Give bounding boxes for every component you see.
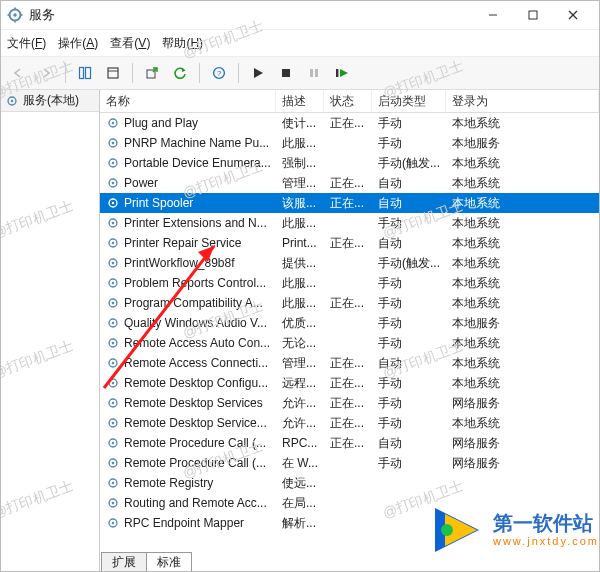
service-start: 自动 — [372, 175, 446, 192]
close-button[interactable] — [553, 1, 593, 29]
gear-icon — [106, 476, 120, 490]
stop-service-button[interactable] — [273, 60, 299, 86]
svg-point-67 — [112, 522, 114, 524]
service-desc: 管理... — [276, 355, 324, 372]
pause-service-button[interactable] — [301, 60, 327, 86]
export-button[interactable] — [139, 60, 165, 86]
start-service-button[interactable] — [245, 60, 271, 86]
service-row[interactable]: Remote Procedure Call (...RPC...正在...自动网… — [100, 433, 599, 453]
service-desc: 使远... — [276, 475, 324, 492]
sidebar-item-services-local[interactable]: 服务(本地) — [1, 90, 99, 112]
tab-extended[interactable]: 扩展 — [101, 552, 147, 572]
service-row[interactable]: PNRP Machine Name Pu...此服...手动本地服务 — [100, 133, 599, 153]
service-start: 自动 — [372, 195, 446, 212]
svg-rect-10 — [80, 68, 84, 79]
service-name: Power — [124, 176, 158, 190]
properties-button[interactable] — [100, 60, 126, 86]
gear-icon — [106, 256, 120, 270]
service-row[interactable]: Printer Extensions and N...此服...手动本地系统 — [100, 213, 599, 233]
service-name: Remote Registry — [124, 476, 213, 490]
forward-button[interactable] — [33, 60, 59, 86]
service-status: 正在... — [324, 435, 372, 452]
service-name: Printer Extensions and N... — [124, 216, 267, 230]
service-name: Remote Desktop Configu... — [124, 376, 268, 390]
service-row[interactable]: Problem Reports Control...此服...手动本地系统 — [100, 273, 599, 293]
help-button[interactable]: ? — [206, 60, 232, 86]
services-list-panel: 名称 描述 状态 启动类型 登录为 Plug and Play使计...正在..… — [100, 90, 599, 572]
service-row[interactable]: Print Spooler该服...正在...自动本地系统 — [100, 193, 599, 213]
service-name: Remote Access Connecti... — [124, 356, 268, 370]
gear-icon — [106, 376, 120, 390]
service-desc: Print... — [276, 236, 324, 250]
service-logon: 本地服务 — [446, 135, 599, 152]
menu-view[interactable]: 查看(V) — [110, 35, 150, 52]
service-row[interactable]: Remote Access Connecti...管理...正在...自动本地系… — [100, 353, 599, 373]
column-status[interactable]: 状态 — [324, 90, 372, 112]
service-status: 正在... — [324, 395, 372, 412]
service-start: 手动 — [372, 135, 446, 152]
svg-point-63 — [112, 482, 114, 484]
toolbar: ? — [1, 57, 599, 90]
menu-action[interactable]: 操作(A) — [58, 35, 98, 52]
service-desc: 远程... — [276, 375, 324, 392]
app-icon — [7, 7, 23, 23]
column-desc[interactable]: 描述 — [276, 90, 324, 112]
service-row[interactable]: Power管理...正在...自动本地系统 — [100, 173, 599, 193]
service-name: RPC Endpoint Mapper — [124, 516, 244, 530]
maximize-button[interactable] — [513, 1, 553, 29]
service-row[interactable]: Remote Desktop Services允许...正在...手动网络服务 — [100, 393, 599, 413]
svg-rect-12 — [108, 68, 118, 78]
svg-point-39 — [112, 242, 114, 244]
service-row[interactable]: Remote Procedure Call (...在 W...手动网络服务 — [100, 453, 599, 473]
refresh-button[interactable] — [167, 60, 193, 86]
svg-point-57 — [112, 422, 114, 424]
service-desc: 管理... — [276, 175, 324, 192]
show-hide-tree-button[interactable] — [72, 60, 98, 86]
gear-icon — [106, 136, 120, 150]
svg-point-41 — [112, 262, 114, 264]
service-name: Remote Procedure Call (... — [124, 436, 266, 450]
gear-icon — [106, 216, 120, 230]
service-name: PrintWorkflow_89b8f — [124, 256, 235, 270]
service-start: 手动 — [372, 275, 446, 292]
back-button[interactable] — [5, 60, 31, 86]
svg-marker-18 — [254, 68, 263, 78]
service-row[interactable]: Program Compatibility A...此服...正在...手动本地… — [100, 293, 599, 313]
column-name[interactable]: 名称 — [100, 90, 276, 112]
service-name: Remote Desktop Service... — [124, 416, 267, 430]
svg-point-47 — [112, 322, 114, 324]
service-desc: 优质... — [276, 315, 324, 332]
svg-point-45 — [112, 302, 114, 304]
service-logon: 本地系统 — [446, 295, 599, 312]
restart-service-button[interactable] — [329, 60, 355, 86]
service-logon: 本地系统 — [446, 375, 599, 392]
service-name: Routing and Remote Acc... — [124, 496, 267, 510]
tab-standard[interactable]: 标准 — [146, 552, 192, 572]
service-row[interactable]: RPC Endpoint Mapper解析... — [100, 513, 599, 533]
svg-point-1 — [13, 13, 17, 17]
service-row[interactable]: Routing and Remote Acc...在局... — [100, 493, 599, 513]
minimize-button[interactable] — [473, 1, 513, 29]
service-row[interactable]: Portable Device Enumera...强制...手动(触发...本… — [100, 153, 599, 173]
svg-point-29 — [112, 142, 114, 144]
service-row[interactable]: Plug and Play使计...正在...手动本地系统 — [100, 113, 599, 133]
service-status: 正在... — [324, 235, 372, 252]
service-logon: 本地系统 — [446, 335, 599, 352]
column-start[interactable]: 启动类型 — [372, 90, 446, 112]
menu-file[interactable]: 文件(F) — [7, 35, 46, 52]
service-row[interactable]: Printer Repair ServicePrint...正在...自动本地系… — [100, 233, 599, 253]
service-row[interactable]: PrintWorkflow_89b8f提供...手动(触发...本地系统 — [100, 253, 599, 273]
service-desc: 使计... — [276, 115, 324, 132]
service-row[interactable]: Remote Registry使远... — [100, 473, 599, 493]
titlebar: 服务 — [1, 1, 599, 30]
service-row[interactable]: Remote Desktop Configu...远程...正在...手动本地系… — [100, 373, 599, 393]
service-row[interactable]: Remote Desktop Service...允许...正在...手动本地系… — [100, 413, 599, 433]
service-name: Problem Reports Control... — [124, 276, 266, 290]
service-logon: 本地系统 — [446, 155, 599, 172]
column-logon[interactable]: 登录为 — [446, 90, 599, 112]
menu-help[interactable]: 帮助(H) — [162, 35, 203, 52]
service-row[interactable]: Quality Windows Audio V...优质...手动本地服务 — [100, 313, 599, 333]
service-logon: 本地系统 — [446, 195, 599, 212]
service-row[interactable]: Remote Access Auto Con...无论...手动本地系统 — [100, 333, 599, 353]
svg-point-65 — [112, 502, 114, 504]
